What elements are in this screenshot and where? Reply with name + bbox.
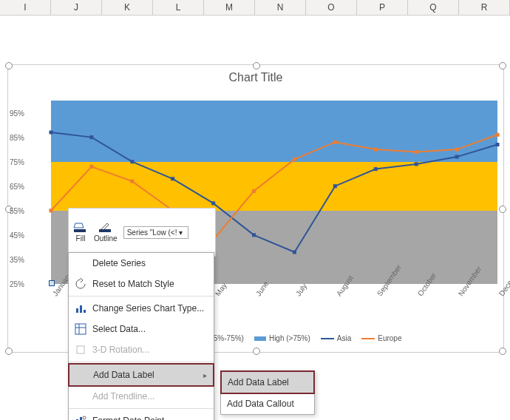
- col-I[interactable]: I: [0, 0, 51, 15]
- menu-delete-series[interactable]: Delete Series: [69, 253, 214, 274]
- column-headers: I J K L M N O P Q R: [0, 0, 510, 16]
- svg-rect-34: [80, 417, 82, 420]
- menu-3d-rotation: 3-D Rotation...: [69, 339, 214, 360]
- ytick: 75%: [10, 158, 24, 166]
- ytick: 65%: [10, 182, 24, 190]
- svg-rect-0: [50, 130, 53, 134]
- submenu-arrow-icon: ▸: [203, 371, 207, 379]
- ytick: 95%: [10, 109, 24, 117]
- format-icon: [75, 415, 86, 420]
- svg-rect-5: [252, 233, 256, 237]
- ytick: 25%: [10, 280, 24, 288]
- legend-asia: Asia: [321, 334, 351, 342]
- col-N[interactable]: N: [255, 0, 306, 15]
- col-J[interactable]: J: [51, 0, 102, 15]
- col-Q[interactable]: Q: [408, 0, 459, 15]
- paint-bucket-icon: [73, 222, 88, 234]
- col-R[interactable]: R: [459, 0, 510, 15]
- svg-rect-11: [496, 143, 500, 146]
- svg-rect-12: [50, 209, 53, 212]
- xtick: December: [497, 265, 510, 297]
- legend-europe: Europe: [361, 334, 401, 342]
- resize-handle[interactable]: [499, 62, 506, 70]
- reset-icon: [75, 278, 86, 290]
- svg-rect-6: [293, 251, 296, 254]
- series-selector[interactable]: Series "Low (<! ▾: [123, 226, 188, 239]
- svg-rect-9: [415, 162, 418, 166]
- xtick: July: [294, 282, 308, 297]
- svg-rect-17: [252, 189, 256, 193]
- ytick: 35%: [10, 255, 24, 263]
- col-P[interactable]: P: [357, 0, 408, 15]
- resize-handle[interactable]: [253, 348, 260, 355]
- col-O[interactable]: O: [306, 0, 357, 15]
- svg-rect-8: [374, 167, 378, 171]
- svg-rect-1: [89, 135, 93, 139]
- svg-rect-26: [76, 308, 78, 313]
- svg-rect-4: [211, 201, 215, 205]
- chart-type-icon: [75, 302, 86, 314]
- svg-rect-21: [415, 150, 418, 154]
- fill-button[interactable]: Fill: [73, 222, 88, 243]
- legend-high: High (>75%): [254, 334, 310, 342]
- svg-rect-3: [171, 177, 174, 180]
- submenu-add-data-label[interactable]: Add Data Label: [220, 370, 315, 394]
- col-K[interactable]: K: [102, 0, 153, 15]
- rotation-icon: [75, 344, 86, 356]
- ytick: 55%: [10, 206, 24, 214]
- svg-rect-28: [84, 310, 86, 313]
- col-L[interactable]: L: [153, 0, 204, 15]
- svg-rect-13: [89, 165, 93, 169]
- resize-handle[interactable]: [499, 348, 506, 355]
- ytick: 45%: [10, 231, 24, 239]
- resize-handle[interactable]: [5, 62, 13, 70]
- selected-datapoint[interactable]: [49, 280, 55, 286]
- menu-select-data[interactable]: Select Data...: [69, 319, 214, 339]
- svg-rect-10: [455, 155, 459, 159]
- svg-rect-25: [99, 229, 111, 232]
- svg-rect-18: [293, 158, 296, 161]
- svg-point-35: [83, 416, 86, 419]
- resize-handle[interactable]: [5, 348, 13, 355]
- context-menu: Delete Series Reset to Match Style Chang…: [68, 252, 214, 420]
- svg-rect-22: [455, 148, 459, 152]
- ytick: 85%: [10, 133, 24, 141]
- select-data-icon: [75, 323, 86, 335]
- mini-toolbar: Fill Outline Series "Low (<! ▾: [68, 208, 216, 257]
- menu-reset-style[interactable]: Reset to Match Style: [69, 274, 214, 294]
- menu-add-trendline: Add Trendline...: [69, 386, 214, 407]
- menu-change-chart-type[interactable]: Change Series Chart Type...: [69, 298, 214, 319]
- svg-rect-27: [80, 305, 82, 313]
- chevron-down-icon: ▾: [179, 228, 183, 237]
- svg-rect-14: [130, 180, 134, 183]
- svg-rect-24: [74, 229, 86, 232]
- chart-title[interactable]: Chart Title: [8, 71, 503, 84]
- menu-format-data-point[interactable]: Format Data Point...: [69, 410, 214, 420]
- menu-add-data-label[interactable]: Add Data Label▸: [68, 363, 214, 387]
- svg-rect-29: [75, 324, 86, 334]
- svg-rect-2: [130, 160, 134, 163]
- svg-rect-23: [496, 133, 500, 137]
- resize-handle[interactable]: [253, 62, 260, 70]
- outline-button[interactable]: Outline: [94, 222, 118, 243]
- svg-rect-32: [77, 346, 84, 353]
- resize-handle[interactable]: [499, 206, 506, 213]
- svg-rect-20: [374, 148, 378, 152]
- pen-icon: [98, 222, 113, 234]
- col-M[interactable]: M: [204, 0, 255, 15]
- submenu-add-data-callout[interactable]: Add Data Callout: [221, 393, 314, 414]
- add-data-label-submenu: Add Data Label Add Data Callout: [220, 370, 315, 415]
- svg-rect-7: [333, 184, 337, 188]
- svg-rect-19: [333, 140, 337, 144]
